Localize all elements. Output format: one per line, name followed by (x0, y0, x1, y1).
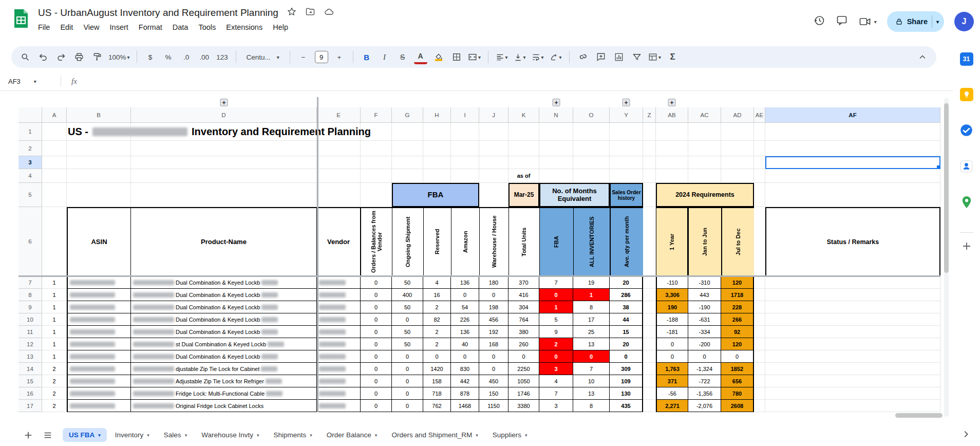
cell-AE1[interactable] (754, 123, 765, 141)
cell-D10[interactable]: Dual Combination & Keyed Lockb (131, 313, 317, 326)
cell-G15[interactable]: 0 (392, 375, 423, 387)
header-one-year[interactable]: 1 Year (656, 207, 688, 276)
cell-A2[interactable] (42, 141, 67, 156)
column-header-N[interactable]: N (539, 107, 573, 123)
cell-K1[interactable] (508, 123, 539, 141)
decrease-font-size-button[interactable]: − (297, 50, 310, 64)
cell-Z2[interactable] (643, 141, 656, 156)
create-filter-icon[interactable] (630, 50, 644, 64)
cell-D11[interactable]: Dual Combination & Keyed Lockb (131, 326, 317, 338)
comment-history-icon[interactable] (836, 14, 848, 29)
cell-J3[interactable] (479, 156, 508, 169)
cell-G13[interactable]: 0 (392, 350, 423, 363)
cell-F3[interactable] (361, 156, 392, 169)
cell-Y12[interactable]: 20 (610, 338, 643, 350)
cell-B9[interactable] (67, 301, 131, 313)
cell-A1[interactable] (42, 123, 67, 141)
hide-menus-button[interactable] (916, 50, 929, 64)
cell-AD12[interactable]: 120 (721, 338, 754, 350)
cell-J2[interactable] (479, 141, 508, 156)
cell-F4[interactable] (361, 169, 392, 183)
row-header-3[interactable]: 3 (18, 156, 42, 169)
tab-dropdown-icon[interactable]: ▾ (476, 433, 478, 438)
header-orders-balances[interactable]: Orders / Balances from Vendor (361, 207, 392, 276)
cell-AC12[interactable]: -200 (688, 338, 721, 350)
menu-file[interactable]: File (33, 22, 55, 33)
cell-I10[interactable]: 226 (451, 313, 479, 326)
cell-AE4[interactable] (754, 169, 765, 183)
cell-D2[interactable] (131, 141, 317, 156)
cell-AB17[interactable]: 2,271 (656, 400, 688, 412)
cell-AD2[interactable] (721, 141, 754, 156)
cell-H15[interactable]: 158 (423, 375, 451, 387)
keep-icon[interactable] (960, 88, 973, 101)
cell-Z13[interactable] (643, 350, 656, 363)
cell-Z4[interactable] (643, 169, 656, 183)
collapse-side-panel-icon[interactable] (962, 430, 971, 441)
vertical-scrollbar-thumb[interactable] (944, 103, 949, 273)
all-sheets-icon[interactable] (43, 431, 52, 440)
cell-AB8[interactable]: 3,306 (656, 289, 688, 301)
cell-Y14[interactable]: 309 (610, 363, 643, 375)
cell-Y11[interactable]: 15 (610, 326, 643, 338)
contacts-icon[interactable] (959, 159, 973, 173)
cell-I1[interactable] (451, 123, 479, 141)
cell-A9[interactable]: 1 (42, 301, 67, 313)
cell-H14[interactable]: 1420 (423, 363, 451, 375)
cell-AE7[interactable] (754, 276, 765, 289)
banner-2024-requirements[interactable]: 2024 Requirements (656, 183, 754, 207)
cell-AF14[interactable] (765, 363, 940, 375)
sheet-tab-us-fba[interactable]: US FBA▾ (63, 428, 107, 442)
text-color-button[interactable]: A (414, 50, 427, 64)
cell-G8[interactable]: 400 (392, 289, 423, 301)
cell-N11[interactable]: 9 (539, 326, 573, 338)
cell-AD15[interactable]: 656 (721, 375, 754, 387)
cell-Z1[interactable] (643, 123, 656, 141)
cell-I9[interactable]: 54 (451, 301, 479, 313)
cell-AC9[interactable]: -190 (688, 301, 721, 313)
cell-Y13[interactable]: 0 (610, 350, 643, 363)
column-header-B[interactable]: B (67, 107, 131, 123)
unhide-columns-button[interactable]: + (623, 99, 630, 106)
header-vendor[interactable]: Vendor (317, 207, 361, 276)
menu-tools[interactable]: Tools (193, 22, 221, 33)
cell-O10[interactable]: 17 (573, 313, 610, 326)
column-header-AE[interactable]: AE (754, 107, 765, 123)
cell-O4[interactable] (573, 169, 610, 183)
cell-AE3[interactable] (754, 156, 765, 169)
as-of-label[interactable]: as of (508, 169, 539, 183)
horizontal-align-button[interactable]: ▾ (495, 50, 508, 64)
cell-Y9[interactable]: 38 (610, 301, 643, 313)
get-addons-icon[interactable] (962, 241, 972, 251)
cell-H12[interactable]: 2 (423, 338, 451, 350)
menu-format[interactable]: Format (134, 22, 167, 33)
cell-B10[interactable] (67, 313, 131, 326)
sheet-tab-sales[interactable]: Sales▾ (158, 428, 193, 442)
cell-E4[interactable] (317, 169, 361, 183)
cell-I13[interactable]: 0 (451, 350, 479, 363)
cell-E3[interactable] (317, 156, 361, 169)
cell-AE15[interactable] (754, 375, 765, 387)
cell-B12[interactable] (67, 338, 131, 350)
cell-B15[interactable] (67, 375, 131, 387)
cell-AB1[interactable] (656, 123, 688, 141)
cell-O2[interactable] (573, 141, 610, 156)
column-header-G[interactable]: G (392, 107, 423, 123)
format-currency-button[interactable]: $ (144, 50, 157, 64)
cell-AE5[interactable] (754, 183, 765, 207)
row-header-17[interactable]: 17 (18, 400, 42, 412)
cell-K8[interactable]: 416 (508, 289, 539, 301)
cell-F13[interactable]: 0 (361, 350, 392, 363)
cell-AD1[interactable] (721, 123, 754, 141)
cell-N14[interactable]: 3 (539, 363, 573, 375)
cell-E17[interactable] (317, 400, 361, 412)
cell-D9[interactable]: Dual Combination & Keyed Lockb (131, 301, 317, 313)
cell-B2[interactable] (67, 141, 131, 156)
cell-D12[interactable]: st Dual Combination & Keyed Lockb (131, 338, 317, 350)
fill-handle[interactable] (936, 165, 940, 169)
header-warehouse[interactable]: Warehouse / House (479, 207, 508, 276)
menu-help[interactable]: Help (268, 22, 293, 33)
cell-D16[interactable]: Fridge Lock: Multi-Functional Cable (131, 387, 317, 400)
cell-B14[interactable] (67, 363, 131, 375)
cell-E11[interactable] (317, 326, 361, 338)
